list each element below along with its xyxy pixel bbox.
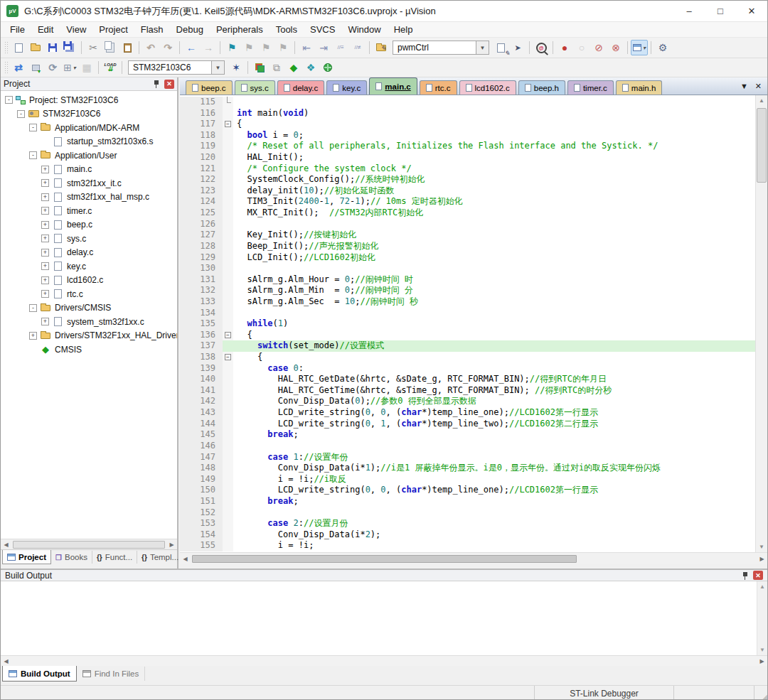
collapse-icon[interactable]: - bbox=[29, 124, 37, 131]
document-tab-lcd1602-c[interactable]: lcd1602.c bbox=[459, 80, 516, 95]
tree-item-lcd1602-c[interactable]: +lcd1602.c bbox=[1, 274, 177, 288]
build-button[interactable] bbox=[27, 60, 44, 75]
books-globe-button[interactable] bbox=[319, 60, 336, 75]
target-select-value[interactable]: STM32F103C6 bbox=[128, 60, 212, 75]
document-tab-main-c[interactable]: main.c bbox=[369, 77, 417, 95]
menu-item-view[interactable]: View bbox=[60, 23, 92, 36]
toolbar-grip[interactable] bbox=[4, 61, 8, 74]
document-tab-sys-c[interactable]: sys.c bbox=[235, 80, 275, 95]
collapse-icon[interactable]: - bbox=[5, 96, 13, 104]
vscroll-thumb[interactable] bbox=[757, 108, 767, 183]
menu-item-flash[interactable]: Flash bbox=[134, 23, 170, 36]
collapse-icon[interactable]: - bbox=[29, 304, 37, 312]
incremental-find-button[interactable]: ➤ bbox=[509, 40, 526, 55]
open-file-button[interactable] bbox=[27, 40, 44, 55]
find-in-files-button[interactable]: ✎ bbox=[373, 40, 390, 55]
scroll-right-icon[interactable]: ▶ bbox=[166, 542, 177, 548]
manage-project-items-button[interactable]: ⧉ bbox=[268, 60, 285, 75]
tree-item-cmsis[interactable]: ◆CMSIS bbox=[1, 343, 177, 357]
menu-item-svcs[interactable]: SVCS bbox=[304, 23, 341, 36]
tree-item-main-c[interactable]: +main.c bbox=[1, 163, 177, 177]
select-software-packs-button[interactable]: ❖ bbox=[302, 60, 319, 75]
comment-selection-button[interactable]: //≡ bbox=[332, 40, 349, 55]
maximize-button[interactable]: □ bbox=[705, 1, 736, 21]
tab-close-icon[interactable]: ✕ bbox=[755, 82, 762, 91]
unindent-button[interactable]: ⇤ bbox=[298, 40, 315, 55]
configure-button[interactable]: ⚙ bbox=[654, 40, 671, 55]
panel-tab-books[interactable]: ❒Books bbox=[51, 551, 92, 564]
tab-scroll-icon[interactable]: ▼ bbox=[740, 82, 748, 90]
insert-breakpoint-button[interactable]: ● bbox=[556, 40, 573, 55]
scroll-right-icon[interactable]: ▶ bbox=[757, 556, 767, 562]
new-file-button[interactable] bbox=[10, 40, 27, 55]
document-tab-key-c[interactable]: key.c bbox=[326, 80, 367, 95]
undo-button[interactable]: ↶ bbox=[142, 40, 159, 55]
expand-icon[interactable]: + bbox=[41, 207, 49, 215]
expand-icon[interactable]: + bbox=[41, 221, 49, 229]
next-bookmark-button[interactable]: ⚑ bbox=[257, 40, 274, 55]
document-tab-beep-c[interactable]: beep.c bbox=[186, 80, 233, 95]
indent-button[interactable]: ⇥ bbox=[315, 40, 332, 55]
expand-icon[interactable]: + bbox=[41, 235, 49, 242]
tree-item-startup-stm32f103x6-s[interactable]: startup_stm32f103x6.s bbox=[1, 135, 177, 149]
toolbar-grip[interactable] bbox=[4, 41, 8, 54]
scroll-left-icon[interactable]: ◀ bbox=[180, 556, 191, 562]
clear-bookmarks-button[interactable]: ⚑ bbox=[274, 40, 292, 55]
build-output-close-icon[interactable]: ✕ bbox=[753, 571, 763, 580]
batch-build-button[interactable]: ⊞▾ bbox=[61, 60, 78, 75]
build-output-vscrollbar[interactable]: ▲ ▼ bbox=[757, 581, 767, 655]
pin-icon[interactable] bbox=[742, 571, 749, 580]
expand-icon[interactable]: + bbox=[41, 276, 49, 284]
expand-icon[interactable]: + bbox=[41, 262, 49, 270]
tree-item-rtc-c[interactable]: +rtc.c bbox=[1, 287, 177, 301]
tree-item-stm32f103c6[interactable]: -STM32F103C6 bbox=[1, 107, 177, 122]
editor-vscrollbar[interactable]: ▲ ▼ bbox=[755, 95, 767, 552]
expand-icon[interactable]: + bbox=[41, 290, 49, 298]
code-editor[interactable]: 115116int main(void)117−{118 bool i = 0;… bbox=[180, 95, 767, 552]
scroll-down-icon[interactable]: ▼ bbox=[756, 544, 767, 550]
scroll-up-icon[interactable]: ▲ bbox=[757, 583, 767, 590]
options-for-target-button[interactable]: ✶ bbox=[228, 60, 245, 75]
document-tab-delay-c[interactable]: delay.c bbox=[277, 80, 325, 95]
tree-item-application-user[interactable]: -Application/User bbox=[1, 149, 177, 163]
find-button[interactable]: @ bbox=[533, 40, 550, 55]
document-tab-timer-c[interactable]: timer.c bbox=[567, 80, 614, 95]
fold-collapse-icon[interactable]: − bbox=[225, 121, 231, 127]
tree-item-application-mdk-arm[interactable]: -Application/MDK-ARM bbox=[1, 121, 177, 135]
expand-icon[interactable]: + bbox=[41, 166, 49, 173]
tree-item-delay-c[interactable]: +delay.c bbox=[1, 246, 177, 260]
navigate-back-button[interactable]: ← bbox=[183, 40, 200, 55]
scroll-right-icon[interactable]: ▶ bbox=[757, 658, 767, 664]
document-tab-rtc-c[interactable]: rtc.c bbox=[420, 80, 457, 95]
bottom-tab-build-output[interactable]: Build Output bbox=[2, 666, 77, 682]
enable-breakpoint-button[interactable]: ○ bbox=[573, 40, 590, 55]
insert-bookmark-button[interactable]: ⚑ bbox=[223, 40, 240, 55]
navigate-forward-button[interactable]: → bbox=[200, 40, 217, 55]
pack-installer-button[interactable]: ◆ bbox=[285, 60, 302, 75]
kill-all-breakpoints-button[interactable]: ⊗ bbox=[607, 40, 624, 55]
project-tree-hscrollbar[interactable]: ◀ ▶ bbox=[1, 539, 177, 549]
stop-build-button[interactable]: ▦ bbox=[78, 60, 95, 75]
scroll-up-icon[interactable]: ▲ bbox=[756, 97, 767, 104]
document-tab-beep-h[interactable]: beep.h bbox=[518, 80, 565, 95]
menu-item-edit[interactable]: Edit bbox=[31, 23, 60, 36]
menu-item-window[interactable]: Window bbox=[341, 23, 387, 36]
paste-button[interactable] bbox=[119, 40, 136, 55]
copy-button[interactable] bbox=[102, 40, 119, 55]
expand-icon[interactable]: + bbox=[41, 179, 49, 187]
resize-grip[interactable] bbox=[754, 686, 767, 700]
tree-item-timer-c[interactable]: +timer.c bbox=[1, 204, 177, 218]
fold-collapse-icon[interactable]: − bbox=[225, 354, 231, 360]
expand-icon[interactable]: + bbox=[29, 332, 37, 340]
find-dialog-button[interactable]: ✎ bbox=[492, 40, 509, 55]
tree-item-drivers-cmsis[interactable]: -Drivers/CMSIS bbox=[1, 301, 177, 316]
collapse-icon[interactable]: - bbox=[29, 151, 37, 159]
download-button[interactable]: LOAD⇊ bbox=[102, 60, 119, 75]
tree-item-stm32f1xx-hal-msp-c[interactable]: +stm32f1xx_hal_msp.c bbox=[1, 190, 177, 205]
tree-item-project-stm32f103c6[interactable]: -Project: STM32F103C6 bbox=[1, 93, 177, 107]
expand-icon[interactable]: + bbox=[41, 249, 49, 257]
editor-hscrollbar[interactable]: ◀ ▶ bbox=[180, 552, 767, 564]
build-output-content[interactable]: ▲ ▼ bbox=[1, 581, 767, 655]
menu-item-file[interactable]: File bbox=[4, 23, 31, 36]
close-button[interactable]: ✕ bbox=[736, 1, 767, 21]
